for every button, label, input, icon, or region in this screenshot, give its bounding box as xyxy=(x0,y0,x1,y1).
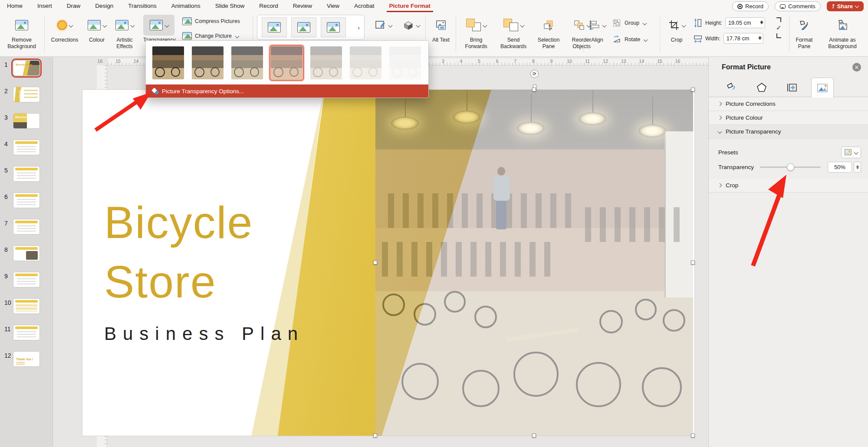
picture-effects-button[interactable] xyxy=(398,15,424,36)
slide-thumbnail-4[interactable]: 4 xyxy=(0,140,53,155)
slide-thumb-image[interactable] xyxy=(13,193,40,208)
pane-section-picture-transparency[interactable]: Picture Transparency xyxy=(709,125,868,139)
slide-thumb-image[interactable] xyxy=(13,219,40,235)
picture-style-1[interactable] xyxy=(262,17,287,37)
presets-dropdown-button[interactable] xyxy=(841,147,861,158)
menu-home[interactable]: Home xyxy=(7,0,23,12)
slider-thumb[interactable] xyxy=(787,163,794,171)
tab-effects[interactable] xyxy=(750,78,773,97)
tab-fill-line[interactable] xyxy=(720,78,743,97)
selection-handle-6[interactable] xyxy=(532,434,536,437)
colour-button[interactable]: Colour xyxy=(84,15,109,43)
slide-thumbnail-2[interactable]: 2Content xyxy=(0,87,53,102)
height-field[interactable]: 19.05 cm xyxy=(725,17,765,28)
record-button[interactable]: Record xyxy=(732,1,769,11)
pane-section-crop[interactable]: Crop xyxy=(709,179,868,193)
comments-button[interactable]: Comments xyxy=(775,1,821,11)
transparency-preset-5[interactable] xyxy=(349,45,383,81)
slide-thumbnail-10[interactable]: 10 xyxy=(0,298,53,314)
close-icon[interactable]: ✕ xyxy=(852,63,861,72)
crop-button[interactable]: Crop xyxy=(661,15,692,43)
slide-thumb-image[interactable] xyxy=(13,166,40,182)
gallery-more-button[interactable]: › xyxy=(358,24,360,31)
transparency-preset-2[interactable] xyxy=(230,45,264,81)
pane-section-picture-corrections[interactable]: Picture Corrections xyxy=(709,97,868,111)
slide-thumbnail-7[interactable]: 7 xyxy=(0,219,53,235)
selected-picture[interactable]: ⟳ xyxy=(375,90,693,436)
slide-thumb-image[interactable] xyxy=(13,272,40,287)
picture-style-2[interactable] xyxy=(291,17,316,37)
rotation-handle[interactable]: ⟳ xyxy=(530,70,539,78)
transparency-stepper[interactable] xyxy=(854,162,861,173)
transparency-preset-1[interactable] xyxy=(191,45,225,81)
transparency-value-field[interactable]: 50% xyxy=(828,162,852,173)
rotate-button[interactable]: Rotate xyxy=(612,35,647,44)
menu-animations[interactable]: Animations xyxy=(171,0,201,12)
selection-handle-5[interactable] xyxy=(373,434,377,437)
picture-styles-gallery[interactable]: › xyxy=(257,15,365,40)
selection-handle-4[interactable] xyxy=(691,261,695,264)
slide-thumbnail-11[interactable]: 11 xyxy=(0,325,53,340)
menu-design[interactable]: Design xyxy=(95,0,113,12)
slide-thumb-image[interactable] xyxy=(13,140,40,155)
menu-slide-show[interactable]: Slide Show xyxy=(215,0,245,12)
transparency-preset-4[interactable] xyxy=(309,45,343,81)
tab-size-properties[interactable] xyxy=(781,78,803,97)
compress-pictures-button[interactable]: Compress Pictures xyxy=(182,17,240,25)
bring-forwards-button[interactable]: Bring Forwards xyxy=(458,15,494,49)
selection-handle-1[interactable] xyxy=(532,88,536,91)
menu-acrobat[interactable]: Acrobat xyxy=(354,0,375,12)
align-button[interactable]: Align xyxy=(584,15,610,43)
remove-background-button[interactable]: Remove Background xyxy=(2,15,42,49)
format-pane-button[interactable]: Format Pane xyxy=(791,15,818,49)
send-backwards-button[interactable]: Send Backwards xyxy=(495,15,532,49)
slide-thumb-image[interactable]: Bicycle Store xyxy=(13,60,40,76)
slide-thumbnail-6[interactable]: 6 xyxy=(0,193,53,208)
selection-pane-button[interactable]: Selection Pane xyxy=(533,15,564,49)
slide-thumbnail-9[interactable]: 9 xyxy=(0,272,53,287)
tab-picture[interactable] xyxy=(811,78,834,98)
menu-view[interactable]: View xyxy=(327,0,339,12)
transparency-preset-6[interactable] xyxy=(388,45,422,81)
alt-text-button[interactable]: Alt Text xyxy=(428,15,454,43)
menu-review[interactable]: Review xyxy=(293,0,312,12)
slide-title-block[interactable]: Bicycle Store Business Plan xyxy=(104,193,304,344)
artistic-effects-button[interactable]: Artistic Effects xyxy=(110,15,139,49)
slide-thumb-image[interactable]: Thank You ! xyxy=(13,351,40,367)
menu-insert[interactable]: Insert xyxy=(37,0,52,12)
slide-thumbnail-3[interactable]: 3Welcome xyxy=(0,113,53,129)
transparency-preset-0[interactable] xyxy=(151,45,185,81)
corrections-button[interactable]: Corrections xyxy=(46,15,83,43)
transparency-slider[interactable] xyxy=(760,163,821,171)
height-stepper[interactable] xyxy=(760,19,763,26)
menu-picture-format[interactable]: Picture Format xyxy=(389,0,431,12)
slide-thumb-image[interactable]: Content xyxy=(13,87,40,102)
selection-handle-2[interactable] xyxy=(691,88,695,91)
menu-transitions[interactable]: Transitions xyxy=(128,0,157,12)
slide-thumb-image[interactable] xyxy=(13,298,40,314)
animate-as-background-button[interactable]: Animate as Background xyxy=(819,15,865,49)
change-picture-button[interactable]: Change Picture xyxy=(182,32,239,40)
lock-aspect-checkbox[interactable]: ✓ xyxy=(776,24,782,32)
transparency-button[interactable]: Transparency xyxy=(143,15,174,43)
picture-border-button[interactable] xyxy=(370,15,397,36)
width-stepper[interactable] xyxy=(758,34,762,42)
transparency-preset-3[interactable] xyxy=(270,45,304,81)
selection-handle-7[interactable] xyxy=(691,434,695,437)
selection-handle-3[interactable] xyxy=(373,261,377,264)
group-button[interactable]: Group xyxy=(612,18,646,28)
slide-thumbnail-8[interactable]: 8 xyxy=(0,245,53,261)
slide-thumb-image[interactable] xyxy=(13,245,40,261)
slide[interactable]: Bicycle Store Business Plan ⟳ xyxy=(82,90,694,436)
slide-thumb-image[interactable]: Welcome xyxy=(13,113,40,129)
share-button[interactable]: ⤴ Share xyxy=(827,1,864,11)
slide-thumb-image[interactable] xyxy=(13,325,40,340)
picture-style-3[interactable] xyxy=(321,17,346,37)
slide-thumbnail-1[interactable]: 1Bicycle Store xyxy=(0,60,53,76)
slide-thumbnail-5[interactable]: 5 xyxy=(0,166,53,182)
width-field[interactable]: 17.78 cm xyxy=(723,33,763,44)
picture-transparency-options-item[interactable]: Picture Transparency Options... xyxy=(146,85,428,98)
menu-draw[interactable]: Draw xyxy=(67,0,81,12)
menu-record[interactable]: Record xyxy=(259,0,278,12)
slide-thumbnail-12[interactable]: 12Thank You ! xyxy=(0,351,53,367)
